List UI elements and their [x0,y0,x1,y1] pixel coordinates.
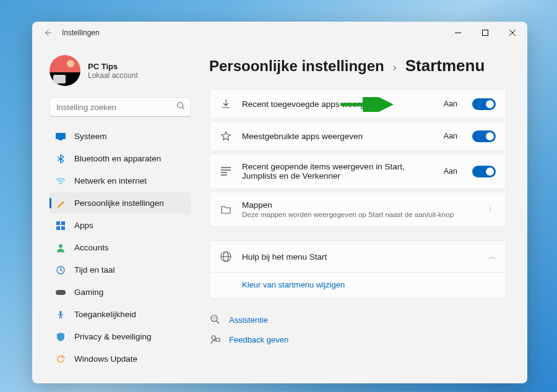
minimize-button[interactable] [444,23,472,42]
nav-label: Netwerk en internet [74,176,147,185]
help-link-color[interactable]: Kleur van startmenu wijzigen [210,272,506,298]
svg-rect-4 [56,221,60,225]
link-label: Feedback geven [229,335,288,344]
setting-most-used: Meestgebruikte apps weergeven Aan [209,121,506,151]
bluetooth-icon [56,154,66,164]
breadcrumb-separator: › [393,61,397,74]
help-globe-icon [220,250,232,263]
nav-label: Tijd en taal [74,265,115,275]
setting-subtitle: Deze mappen worden weergegeven op Start … [242,211,478,218]
nav-accounts[interactable]: Accounts [50,237,191,258]
download-icon [220,98,232,110]
svg-point-16 [212,336,215,339]
gaming-icon [56,288,66,297]
back-button[interactable] [41,26,54,40]
folder-icon [220,203,232,216]
toggle-state: Aan [444,167,457,176]
nav-network[interactable]: Netwerk en internet [50,170,191,192]
svg-rect-5 [61,221,65,225]
main-panel: Persoonlijke instellingen › Startmenu Re… [198,44,527,383]
nav-update[interactable]: Windows Update [50,348,191,370]
nav-label: Gaming [74,288,103,297]
close-button[interactable] [499,23,526,42]
sidebar: PC Tips Lokaal account Systeem Bluetooth… [32,44,198,383]
nav-label: Systeem [74,132,107,141]
chevron-up-icon: ︿ [488,252,496,262]
person-icon [56,243,66,253]
nav-list: Systeem Bluetooth en apparaten Netwerk e… [50,126,191,370]
svg-point-1 [178,103,183,108]
svg-point-8 [59,244,63,248]
assist-icon: ? [209,313,222,326]
user-profile[interactable]: PC Tips Lokaal account [50,46,191,97]
feedback-icon [209,333,222,346]
nav-gaming[interactable]: Gaming [50,281,191,303]
monitor-icon [56,132,66,142]
svg-rect-7 [61,226,65,230]
chevron-right-icon: 〉 [488,204,496,215]
svg-rect-2 [56,133,66,139]
setting-recent-apps: Recent toegevoegde apps weergeven Aan [209,89,506,119]
breadcrumb-parent[interactable]: Persoonlijke instellingen [209,58,384,75]
toggle-state: Aan [444,100,457,108]
nav-label: Toegankelijkheid [74,310,136,319]
breadcrumb-current: Startmenu [405,56,485,75]
toggle-recent-items[interactable] [472,166,496,177]
nav-personalization[interactable]: Persoonlijke instellingen [50,192,191,214]
content-area: PC Tips Lokaal account Systeem Bluetooth… [32,44,527,383]
apps-icon [56,221,66,231]
list-icon [220,165,232,177]
titlebar: Instellingen [32,22,527,44]
nav-label: Persoonlijke instellingen [74,198,164,208]
nav-privacy[interactable]: Privacy & beveiliging [50,326,191,347]
link-assistentie[interactable]: ? Assistentie [209,310,506,330]
nav-label: Apps [74,221,93,230]
setting-recent-items: Recent geopende items weergeven in Start… [209,153,506,189]
search-icon [176,101,185,113]
nav-label: Bluetooth en apparaten [74,154,161,163]
svg-rect-3 [59,139,63,140]
setting-title: Recent toegevoegde apps weergeven [242,100,434,109]
nav-time[interactable]: Tijd en taal [50,259,191,281]
avatar [50,55,80,86]
breadcrumb: Persoonlijke instellingen › Startmenu [209,56,506,75]
nav-systeem[interactable]: Systeem [50,126,191,147]
window-controls [444,23,526,42]
nav-apps[interactable]: Apps [50,215,191,236]
nav-label: Privacy & beveiliging [74,332,152,341]
maximize-button[interactable] [472,23,499,42]
setting-folders[interactable]: Mappen Deze mappen worden weergegeven op… [209,192,506,227]
setting-title: Mappen [242,200,478,210]
wifi-icon [56,176,66,186]
toggle-state: Aan [444,132,457,140]
nav-accessibility[interactable]: Toegankelijkheid [50,304,191,325]
link-label: Assistentie [229,315,268,325]
svg-rect-17 [216,338,220,341]
window-title: Instellingen [62,28,100,37]
svg-text:?: ? [213,317,215,321]
svg-rect-10 [56,290,66,295]
search-box[interactable] [50,97,191,117]
accessibility-icon [56,310,66,320]
nav-label: Windows Update [74,354,137,364]
help-expander[interactable]: Hulp bij het menu Start ︿ [210,241,506,272]
svg-rect-6 [56,226,60,230]
user-account-type: Lokaal account [88,71,138,80]
link-feedback[interactable]: Feedback geven [209,330,506,349]
setting-title: Recent geopende items weergeven in Start… [242,162,434,181]
help-title: Hulp bij het menu Start [242,252,478,262]
toggle-most-used[interactable] [472,130,496,142]
help-card: Hulp bij het menu Start ︿ Kleur van star… [209,241,506,299]
toggle-recent-apps[interactable] [472,98,496,110]
footer-links: ? Assistentie Feedback geven [209,310,506,349]
shield-icon [56,332,66,342]
globe-clock-icon [56,265,66,275]
nav-bluetooth[interactable]: Bluetooth en apparaten [50,148,191,169]
star-icon [220,130,232,142]
svg-point-11 [59,311,62,313]
svg-rect-0 [483,30,488,36]
setting-title: Meestgebruikte apps weergeven [242,132,434,141]
settings-window: Instellingen PC Tips Lokaal account [32,22,527,383]
paintbrush-icon [56,198,66,208]
search-input[interactable] [56,103,176,112]
